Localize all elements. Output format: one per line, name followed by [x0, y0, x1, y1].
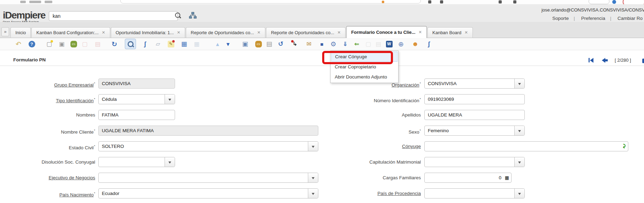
input-tipo-identificacion[interactable]: [99, 95, 165, 104]
label-pais-nacimiento[interactable]: País Nacimiento: [59, 192, 93, 197]
tab-kanban-board[interactable]: Kanban Board✕: [427, 27, 473, 38]
dropdown-button-ejecutivo-de-negocios[interactable]: [308, 173, 318, 182]
input-capitulacion-matrimonial[interactable]: [425, 157, 514, 167]
export-icon[interactable]: ⇓: [341, 39, 350, 48]
menu-item-crear-conyuge[interactable]: Crear Cónyuge: [331, 52, 397, 62]
new-record-icon[interactable]: ▢: [45, 39, 54, 48]
import-file-icon[interactable]: ⇐: [352, 39, 361, 48]
previous-record-icon: [602, 58, 605, 63]
next-record-button-partial[interactable]: [642, 59, 644, 63]
dropdown-button-disolucion-soc-conyugal[interactable]: [165, 157, 175, 167]
input-organizacion[interactable]: [425, 79, 514, 88]
label-tipo-identificacion[interactable]: Tipo Identificación: [56, 98, 93, 103]
label-row-estado-civil: Estado Civil*: [6, 141, 95, 153]
record-position: [ 2/280 ]: [615, 58, 631, 63]
sidebar-expand-button[interactable]: »: [1, 27, 9, 36]
label-conyuge[interactable]: Cónyuge: [402, 144, 421, 149]
tab-close-icon[interactable]: ✕: [177, 28, 180, 38]
input-disolucion-soc-conyugal[interactable]: [99, 157, 165, 167]
label-pais-de-procedencia[interactable]: País de Procedencia: [377, 191, 421, 196]
tab-kanban-board-configuration[interactable]: Kanban Board Configuration:...✕: [31, 27, 110, 38]
input-pais-nacimiento[interactable]: [99, 189, 308, 198]
profile-pill-fragment: [589, 0, 609, 4]
tab-inicio[interactable]: Inicio: [10, 27, 31, 38]
label-numero-identificacion: Número Identificación: [374, 98, 419, 103]
first-record-button[interactable]: [589, 58, 593, 63]
input-numero-identificacion[interactable]: [425, 95, 524, 104]
delete-record-icon[interactable]: ▭: [69, 39, 78, 48]
archive-icon[interactable]: ▭: [254, 39, 263, 48]
workflow-icon[interactable]: ↳: [290, 39, 300, 48]
field-capitulacion-matrimonial: [424, 157, 525, 167]
tab-formulario-conoce-a-tu-clie[interactable]: Formulario Conoce a tu Clie...✕: [346, 26, 427, 38]
menu-tree-button[interactable]: [189, 12, 198, 20]
request-icon[interactable]: ✉: [304, 39, 313, 48]
input-apellidos[interactable]: [425, 110, 524, 120]
tab-close-icon[interactable]: ✕: [418, 27, 422, 37]
detail-grid-icon: ▦: [192, 39, 201, 48]
archive-viewer-icon[interactable]: ■: [317, 39, 326, 48]
note-icon[interactable]: ✎: [166, 39, 175, 48]
tab-close-icon[interactable]: ✕: [257, 28, 260, 38]
tab-close-icon[interactable]: ✕: [464, 28, 468, 38]
global-search-input[interactable]: [49, 11, 178, 21]
dropdown-button-pais-nacimiento[interactable]: [308, 189, 318, 198]
chat-icon[interactable]: ▱: [153, 39, 162, 48]
parent-record-icon[interactable]: ▲: [213, 39, 222, 48]
input-ejecutivo-de-negocios[interactable]: [99, 173, 308, 182]
link-cambiar-rol[interactable]: Cambiar Ro: [613, 16, 644, 21]
quick-create-button[interactable]: ↷: [619, 142, 628, 151]
icon-glyph: ↺: [278, 41, 283, 47]
menu-item-crear-copropietario[interactable]: Crear Copropietario: [331, 62, 397, 72]
sitemap-icon: [189, 12, 197, 19]
copy-record-icon[interactable]: ▣: [57, 39, 66, 48]
word-export-icon[interactable]: W: [385, 39, 394, 48]
print-icon[interactable]: ▤: [265, 39, 274, 48]
find-icon[interactable]: [125, 39, 136, 49]
detail-record-icon[interactable]: ▼: [223, 39, 233, 48]
label-row-cargas-familiares: Cargas Familiares: [331, 173, 421, 183]
label-ejecutivo-de-negocios[interactable]: Ejecutivo de Negocios: [48, 175, 95, 180]
input-pais-de-procedencia[interactable]: [425, 189, 514, 198]
tab-reporte-de-oportunidades-co[interactable]: Reporte de Oportunidades co...✕: [186, 27, 265, 38]
tab-oportunidad-inmobiliaria-1[interactable]: Oportunidad Inmobiliaria: 1...✕: [111, 27, 185, 38]
attachment-icon[interactable]: ʃ: [141, 39, 150, 48]
tab-close-icon[interactable]: ✕: [102, 28, 105, 38]
grid-toggle-icon[interactable]: ▦: [180, 39, 189, 48]
bookmark-fragment: [29, 1, 41, 3]
field-sexo: [424, 126, 525, 136]
input-conyuge[interactable]: [425, 142, 619, 151]
input-sexo[interactable]: [425, 126, 514, 135]
previous-record-button[interactable]: [602, 58, 608, 63]
refresh-icon[interactable]: ↻: [110, 39, 119, 48]
input-estado-civil[interactable]: [99, 142, 308, 151]
print-preview-icon[interactable]: ↺: [276, 39, 285, 48]
dropdown-button-tipo-identificacion[interactable]: [165, 95, 175, 104]
dropdown-button-organizacion[interactable]: [514, 79, 524, 88]
tab-reporte-de-oportunidades-co[interactable]: Reporte de Oportunidades co...✕: [266, 27, 346, 38]
calculator-icon[interactable]: ▦: [503, 173, 511, 182]
report-icon[interactable]: ▣: [241, 39, 250, 48]
link-soporte[interactable]: Soporte: [547, 16, 574, 21]
label-grupo-empresarial[interactable]: Grupo Empresarial: [54, 82, 93, 88]
label-row-conyuge: Cónyuge: [331, 141, 421, 151]
dropdown-button-pais-de-procedencia[interactable]: [514, 189, 524, 198]
dropdown-button-sexo[interactable]: [514, 126, 524, 135]
process-icon[interactable]: ⚙: [329, 39, 338, 48]
link-preferencia[interactable]: Preferencia: [576, 16, 610, 21]
menu-item-abrir-documento-adjunto[interactable]: Abrir Documento Adjunto: [331, 72, 397, 82]
user-contact-icon[interactable]: ☻: [411, 39, 420, 48]
dropdown-button-estado-civil[interactable]: [308, 142, 318, 151]
dropdown-button-capitulacion-matrimonial[interactable]: [514, 157, 524, 167]
web-services-icon[interactable]: ⊕: [396, 39, 406, 48]
input-cargas-familiares[interactable]: [425, 173, 503, 182]
search-icon: [175, 13, 180, 18]
input-nombres[interactable]: [99, 110, 175, 120]
attachment2-icon[interactable]: ʃ: [424, 39, 433, 48]
tab-label: Oportunidad Inmobiliaria: 1...: [116, 28, 174, 38]
tab-close-icon[interactable]: ✕: [338, 28, 341, 38]
search-button[interactable]: [175, 13, 183, 21]
icon-glyph: ▼: [226, 42, 231, 47]
ignore-changes-icon[interactable]: ↶: [14, 39, 23, 48]
help-icon[interactable]: ?: [27, 39, 36, 48]
